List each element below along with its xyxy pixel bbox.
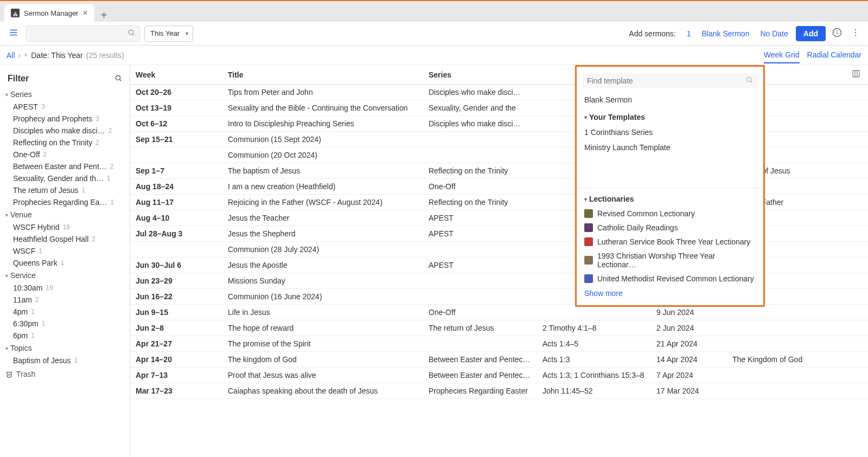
columns-icon[interactable] (852, 71, 860, 80)
cell-date: 7 Apr 2024 (651, 368, 727, 383)
filter-group-service[interactable]: ▾Service (0, 269, 130, 282)
cell-series (423, 273, 537, 289)
lectionary-swatch (584, 274, 593, 283)
filter-item[interactable]: 6:30pm1 (0, 318, 130, 330)
search-icon[interactable] (114, 74, 122, 83)
cell-series: Disciples who make disci… (423, 116, 537, 132)
cell-series: Disciples who make disci… (423, 85, 537, 100)
cell-week: Apr 21–27 (130, 336, 222, 352)
remove-filter-icon[interactable]: × (24, 52, 28, 59)
cell-title: Caiaphas speaking about the death of Jes… (222, 383, 423, 399)
cell-title: Rejoicing in the Father (WSCF - August 2… (222, 195, 423, 210)
global-search[interactable] (26, 25, 140, 42)
cell-week: Apr 14–20 (130, 352, 222, 368)
filter-item[interactable]: Sexuality, Gender and th…1 (0, 172, 130, 184)
filter-item[interactable]: Queens Park1 (0, 257, 130, 269)
chevron-down-icon: ▾ (5, 212, 8, 218)
cell-week: Jun 9–15 (130, 305, 222, 320)
cell-series: The return of Jesus (423, 320, 537, 336)
template-search[interactable] (582, 73, 758, 88)
filter-item[interactable]: 11am2 (0, 294, 130, 306)
filter-item[interactable]: Prophecies Regarding Ea…1 (0, 196, 130, 208)
cell-title: Jesus the Shepherd (222, 226, 423, 242)
template-search-input[interactable] (587, 76, 745, 85)
column-header[interactable]: Title (222, 65, 423, 85)
menu-button[interactable] (5, 24, 22, 42)
browser-tab[interactable]: ⛪ Sermon Manager × (4, 4, 94, 22)
filter-group-series[interactable]: ▾Series (0, 88, 130, 101)
filter-item[interactable]: One-Off2 (0, 149, 130, 160)
table-row[interactable]: Apr 7–13Proof that Jesus was aliveBetwee… (130, 368, 868, 383)
section-lectionaries[interactable]: ▾ Lectionaries (577, 191, 763, 207)
cell-title: The kingdom of God (222, 352, 423, 368)
filter-item[interactable]: Baptism of Jesus1 (0, 355, 130, 366)
cell-topics (727, 368, 846, 383)
trash-link[interactable]: Trash (0, 366, 130, 382)
count-badge: 1 (684, 27, 694, 40)
no-date-link[interactable]: No Date (757, 27, 791, 40)
filter-item[interactable]: APEST3 (0, 101, 130, 113)
tab-week-grid[interactable]: Week Grid (764, 47, 800, 63)
lectionary-item[interactable]: Catholic Daily Readings (577, 221, 763, 235)
filter-item[interactable]: 4pm1 (0, 306, 130, 318)
year-filter-select[interactable]: This Year (144, 25, 193, 42)
cell-week: Jul 28–Aug 3 (130, 226, 222, 242)
lectionary-swatch (584, 223, 593, 232)
cell-series (423, 147, 537, 163)
cell-title: Missions Sunday (222, 273, 423, 289)
table-row[interactable]: Apr 21–27The promise of the SpiritActs 1… (130, 336, 868, 352)
cell-title: Jesus the Teacher (222, 210, 423, 226)
template-popover: Blank Sermon ▾ Your Templates 1 Corinthi… (575, 65, 765, 307)
tab-radial-calendar[interactable]: Radial Calendar (807, 47, 861, 63)
section-your-templates[interactable]: ▾ Your Templates (577, 110, 763, 125)
lectionary-item[interactable]: 1993 Christian Worship Three Year Lectio… (577, 249, 763, 272)
cell-week: Oct 13–19 (130, 100, 222, 116)
svg-line-4 (133, 34, 135, 36)
filter-item[interactable]: Prophecy and Prophets3 (0, 113, 130, 125)
add-button[interactable]: Add (796, 26, 826, 41)
table-row[interactable]: Mar 17–23Caiaphas speaking about the dea… (130, 383, 868, 399)
cell-title: Communion (15 Sept 2024) (222, 132, 423, 147)
filter-item[interactable]: 6pm1 (0, 330, 130, 342)
template-item[interactable]: 1 Corinthians Series (577, 125, 763, 140)
filter-item[interactable]: WSCF Hybrid19 (0, 221, 130, 233)
table-row[interactable]: Jun 2–8The hope of rewardThe return of J… (130, 320, 868, 336)
filter-item[interactable]: The return of Jesus1 (0, 184, 130, 196)
column-header[interactable]: Week (130, 65, 222, 85)
blank-sermon-link[interactable]: Blank Sermon (698, 27, 752, 40)
template-blank-sermon[interactable]: Blank Sermon (577, 92, 763, 107)
breadcrumb-all[interactable]: All (7, 51, 15, 60)
more-icon[interactable] (848, 25, 863, 41)
filter-item[interactable]: Reflecting on the Trinity2 (0, 137, 130, 149)
cell-passage: 2 Timothy 4:1–8 (537, 320, 651, 336)
info-icon[interactable] (830, 25, 844, 41)
table-row[interactable]: Apr 14–20The kingdom of GodBetween Easte… (130, 352, 868, 368)
filter-item[interactable]: Between Easter and Pent…2 (0, 160, 130, 172)
chevron-down-icon: ▾ (5, 92, 8, 98)
lectionary-item[interactable]: United Methodist Revised Common Lectiona… (577, 272, 763, 286)
lectionary-item[interactable]: Revised Common Lectionary (577, 207, 763, 221)
new-tab-button[interactable]: + (101, 9, 107, 22)
cell-passage: John 11:45–52 (537, 383, 651, 399)
show-more-link[interactable]: Show more (577, 286, 763, 301)
column-header[interactable]: Series (423, 65, 537, 85)
lectionary-item[interactable]: Lutheran Service Book Three Year Lection… (577, 235, 763, 249)
cell-week: Sep 1–7 (130, 163, 222, 179)
chevron-down-icon: ▾ (5, 345, 8, 351)
filter-item[interactable]: WSCF1 (0, 245, 130, 257)
search-icon (127, 29, 135, 38)
lectionary-swatch (584, 256, 593, 265)
lectionary-swatch (584, 237, 593, 246)
filter-group-venue[interactable]: ▾Venue (0, 208, 130, 221)
svg-point-16 (746, 77, 751, 81)
filter-item[interactable]: Heathfield Gospel Hall2 (0, 233, 130, 245)
add-sermons-label: Add sermons: (629, 29, 675, 38)
filter-item[interactable]: Disciples who make disci…2 (0, 125, 130, 137)
close-icon[interactable]: × (82, 9, 87, 17)
filter-group-topics[interactable]: ▾Topics (0, 342, 130, 355)
search-input[interactable] (31, 29, 127, 37)
template-item[interactable]: Ministry Launch Template (577, 140, 763, 155)
filter-item[interactable]: 10:30am19 (0, 282, 130, 294)
cell-topics (727, 336, 846, 352)
cell-date: 17 Mar 2024 (651, 383, 727, 399)
